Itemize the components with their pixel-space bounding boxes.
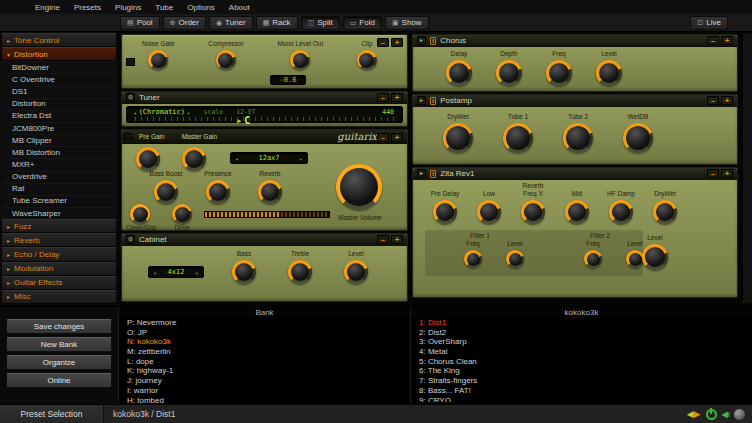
- sidebar-item[interactable]: Distortion: [1, 98, 117, 110]
- bank-row[interactable]: O: JP: [119, 328, 410, 338]
- live-button[interactable]: ⊡ Live: [690, 16, 728, 30]
- sidebar-item[interactable]: BitDowner: [1, 61, 117, 73]
- menu-item[interactable]: Engine: [28, 3, 67, 12]
- knob[interactable]: [290, 50, 310, 70]
- unit-collapse-button[interactable]: [126, 58, 135, 66]
- sidebar-item[interactable]: Electra Dst: [1, 110, 117, 122]
- preset-row[interactable]: 7: Straits-fingers: [411, 376, 752, 386]
- knob[interactable]: [344, 260, 368, 284]
- sidebar-item[interactable]: ▸ Tone Control: [1, 33, 117, 47]
- collapse-icon[interactable]: ▸: [417, 36, 426, 45]
- unit-add-button[interactable]: +: [391, 133, 403, 142]
- knob[interactable]: [546, 60, 572, 86]
- unit-minimize-button[interactable]: –: [707, 169, 719, 178]
- knob[interactable]: [596, 60, 622, 86]
- preset-row[interactable]: 4: Metal: [411, 347, 752, 357]
- unit-minimize-button[interactable]: –: [377, 133, 389, 142]
- preset-row[interactable]: 9: CRYO: [411, 396, 752, 402]
- knob[interactable]: [154, 180, 178, 204]
- toolbar-button[interactable]: ⊕ Order: [163, 16, 206, 30]
- collapse-icon[interactable]: ▸: [417, 169, 426, 178]
- knob[interactable]: [443, 123, 473, 153]
- sidebar-item[interactable]: JCM800Pre: [1, 122, 117, 134]
- sidebar-item[interactable]: DS1: [1, 86, 117, 98]
- preset-row[interactable]: 1: Dist1: [411, 318, 752, 328]
- sidebar-item[interactable]: C Overdrive: [1, 73, 117, 85]
- menu-item[interactable]: Presets: [67, 3, 108, 12]
- knob[interactable]: [609, 200, 633, 224]
- organize-button[interactable]: Organize: [6, 355, 112, 370]
- knob[interactable]: [563, 123, 593, 153]
- pre-gain-knob[interactable]: [136, 147, 160, 171]
- collapse-icon[interactable]: ▸: [417, 96, 426, 105]
- unit-add-button[interactable]: +: [721, 96, 733, 105]
- menu-item[interactable]: Plugins: [108, 3, 148, 12]
- save-changes-button[interactable]: Save changes: [6, 319, 112, 334]
- clean-dist-knob[interactable]: [130, 204, 150, 224]
- sidebar-item[interactable]: Overdrive: [1, 171, 117, 183]
- bank-row[interactable]: N: kokoko3k: [119, 337, 410, 347]
- toolbar-button[interactable]: ▦ Rack: [256, 16, 298, 30]
- sidebar-item[interactable]: MXR+: [1, 158, 117, 170]
- sidebar-item[interactable]: ▸ Guitar Effects: [1, 276, 117, 290]
- bank-row[interactable]: J: journey: [119, 376, 410, 386]
- knob[interactable]: [232, 260, 256, 284]
- cabinet-model-selector[interactable]: ◂ 4x12 ▸: [148, 266, 204, 278]
- knob[interactable]: [258, 180, 282, 204]
- online-button[interactable]: Online: [6, 373, 112, 388]
- knob[interactable]: [503, 123, 533, 153]
- preset-row[interactable]: 2: Dist2: [411, 328, 752, 338]
- sidebar-item[interactable]: MB Distortion: [1, 146, 117, 158]
- knob[interactable]: [506, 250, 524, 268]
- knob[interactable]: [433, 200, 457, 224]
- preset-selection-tab[interactable]: Preset Selection: [0, 405, 104, 423]
- preset-row[interactable]: 8: Bass... FAT!: [411, 386, 752, 396]
- network-sphere-icon[interactable]: [734, 409, 745, 420]
- unit-minimize-button[interactable]: –: [377, 38, 389, 47]
- sidebar-item[interactable]: ▸ Reverb: [1, 233, 117, 247]
- knob[interactable]: [653, 200, 677, 224]
- unit-add-button[interactable]: +: [391, 93, 403, 102]
- knob[interactable]: [464, 250, 482, 268]
- bank-row[interactable]: K: highway-1: [119, 366, 410, 376]
- drive-knob[interactable]: [172, 204, 192, 224]
- menu-item[interactable]: Options: [180, 3, 222, 12]
- bank-row[interactable]: L: dope: [119, 357, 410, 367]
- sidebar-item[interactable]: MB Clipper: [1, 134, 117, 146]
- unit-add-button[interactable]: +: [721, 169, 733, 178]
- preset-row[interactable]: 5: Chorus Clean: [411, 357, 752, 367]
- master-volume-knob[interactable]: [336, 164, 382, 210]
- toolbar-button[interactable]: ◉ Tuner: [209, 16, 253, 30]
- knob[interactable]: [216, 50, 236, 70]
- preset-prev-next-icon[interactable]: ◀▶: [687, 409, 701, 419]
- unit-add-button[interactable]: +: [721, 36, 733, 45]
- unit-minimize-button[interactable]: –: [377, 93, 389, 102]
- knob[interactable]: [288, 260, 312, 284]
- bank-row[interactable]: M: zettberlin: [119, 347, 410, 357]
- new-bank-button[interactable]: New Bank: [6, 337, 112, 352]
- toolbar-button[interactable]: ▣ Show: [385, 16, 429, 30]
- sidebar-item[interactable]: Tube Screamer: [1, 195, 117, 207]
- knob[interactable]: [496, 60, 522, 86]
- sidebar-item[interactable]: Rat: [1, 183, 117, 195]
- toolbar-button[interactable]: ▤ Pool: [120, 16, 160, 30]
- unit-minimize-button[interactable]: –: [707, 96, 719, 105]
- knob[interactable]: [584, 250, 602, 268]
- jack-connection-icon[interactable]: ◀‖: [722, 410, 729, 419]
- knob[interactable]: [206, 180, 230, 204]
- toolbar-button[interactable]: ◫ Split: [301, 16, 340, 30]
- menu-item[interactable]: Tube: [148, 3, 180, 12]
- sidebar-item[interactable]: ▾ Distortion: [1, 47, 117, 61]
- unit-collapse-button[interactable]: [124, 133, 132, 140]
- bank-row[interactable]: I: warrior: [119, 386, 410, 396]
- master-gain-knob[interactable]: [182, 147, 206, 171]
- unit-minimize-button[interactable]: –: [377, 235, 389, 244]
- knob[interactable]: [565, 200, 589, 224]
- sidebar-item[interactable]: ▸ Modulation: [1, 262, 117, 276]
- preset-row[interactable]: 6: The King: [411, 366, 752, 376]
- knob[interactable]: [521, 200, 545, 224]
- knob[interactable]: [446, 60, 472, 86]
- bank-row[interactable]: H: tombed: [119, 396, 410, 405]
- unit-add-button[interactable]: +: [391, 38, 403, 47]
- knob[interactable]: [477, 200, 501, 224]
